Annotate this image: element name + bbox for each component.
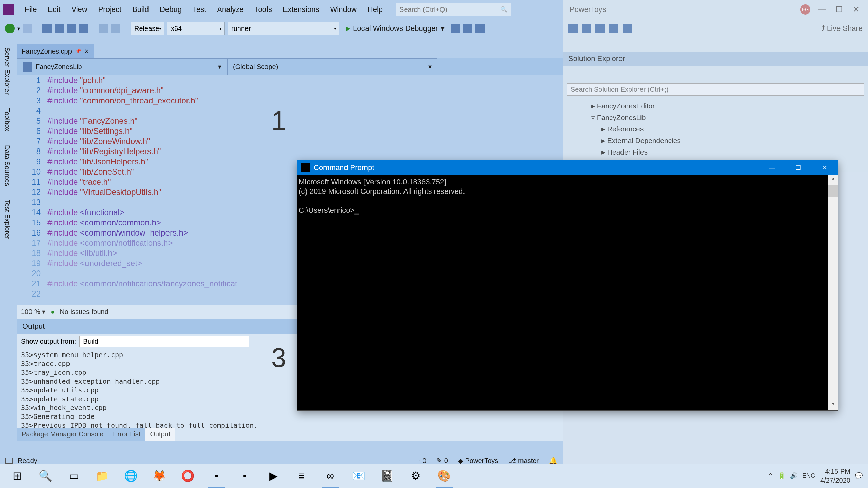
live-share-button[interactable]: ⤴ Live Share (821, 24, 863, 33)
editor-tab-fancyzones[interactable]: FancyZones.cpp 📌 ✕ (17, 44, 94, 58)
outlook-icon[interactable]: 📧 (344, 464, 373, 488)
zoom-dropdown[interactable]: 100 % ▾ (21, 308, 45, 316)
maximize-icon[interactable]: ☐ (834, 5, 844, 14)
rt-icon-1[interactable] (568, 24, 578, 33)
menu-debug[interactable]: Debug (155, 4, 186, 15)
menu-file[interactable]: File (20, 4, 41, 15)
volume-icon[interactable]: 🔊 (790, 472, 797, 480)
app-title: PowerToys (570, 5, 606, 14)
menu-extensions[interactable]: Extensions (278, 4, 324, 15)
notifications-icon[interactable]: 💬 (855, 472, 863, 480)
clock[interactable]: 4:15 PM 4/27/2020 (820, 467, 850, 485)
menu-help[interactable]: Help (363, 4, 388, 15)
new-project-icon[interactable] (42, 24, 52, 33)
menu-build[interactable]: Build (127, 4, 154, 15)
onenote-icon[interactable]: 📓 (373, 464, 401, 488)
start-button[interactable]: ⊞ (3, 464, 31, 488)
powershell-icon[interactable]: ▶ (259, 464, 288, 488)
navigate-back-icon[interactable] (5, 24, 15, 33)
toolbar-icon-2[interactable] (463, 24, 472, 33)
output-from-label: Show output from: (21, 338, 76, 345)
navigation-bar: FancyZonesLib ▾ (Global Scope) ▾ (17, 58, 563, 75)
solution-config-dropdown[interactable]: Release (131, 22, 164, 35)
undo-icon[interactable] (99, 24, 108, 33)
avatar[interactable]: EG (800, 4, 810, 15)
nav-dropdown-icon[interactable]: ▾ (17, 25, 20, 32)
quick-search-input[interactable] (399, 6, 500, 14)
menu-analyze[interactable]: Analyze (212, 4, 248, 15)
save-all-icon[interactable] (79, 24, 88, 33)
cmd-minimize-button[interactable]: — (758, 160, 785, 175)
app-icon-1[interactable]: ⚙ (401, 464, 430, 488)
toolbar-icon-1[interactable] (451, 24, 460, 33)
pin-icon[interactable]: 📌 (75, 48, 81, 54)
type-dropdown[interactable]: FancyZonesLib ▾ (17, 58, 227, 75)
menu-test[interactable]: Test (188, 4, 211, 15)
rt-icon-2[interactable] (582, 24, 591, 33)
firefox-icon[interactable]: 🦊 (145, 464, 174, 488)
tab-label: FancyZones.cpp (22, 47, 72, 55)
terminal-icon[interactable]: ▪ (231, 464, 259, 488)
tab-server-explorer[interactable]: Server Explorer (0, 41, 15, 101)
language-indicator[interactable]: ENG (802, 472, 815, 480)
solution-explorer-header[interactable]: Solution Explorer (563, 52, 868, 66)
redo-icon[interactable] (111, 24, 120, 33)
scroll-thumb[interactable] (828, 185, 838, 197)
menu-edit[interactable]: Edit (43, 4, 65, 15)
left-tool-tabs: Server Explorer Toolbox Data Sources Tes… (0, 41, 16, 246)
visual-studio-taskbar-icon[interactable]: ∞ (316, 464, 344, 488)
tab-toolbox[interactable]: Toolbox (0, 101, 15, 138)
task-view-button[interactable]: ▭ (60, 464, 88, 488)
scope-dropdown[interactable]: (Global Scope) ▾ (227, 58, 437, 75)
menu-project[interactable]: Project (94, 4, 126, 15)
tray-chevron-icon[interactable]: ⌃ (768, 472, 773, 480)
cmd-taskbar-icon[interactable]: ▪ (202, 464, 231, 488)
scroll-up-icon[interactable]: ▴ (828, 175, 838, 185)
cmd-icon (301, 163, 310, 172)
tab-output[interactable]: Output (145, 428, 175, 441)
cmd-maximize-button[interactable]: ☐ (785, 160, 811, 175)
tab-error-list[interactable]: Error List (108, 428, 145, 441)
start-debugging-button[interactable]: Local Windows Debugger ▾ (342, 23, 448, 34)
toolbar-icon-3[interactable] (475, 24, 485, 33)
menu-view[interactable]: View (66, 4, 92, 15)
vs-logo-icon (3, 4, 14, 15)
close-window-icon[interactable]: ✕ (851, 5, 861, 14)
solution-platform-dropdown[interactable]: x64 (167, 22, 225, 35)
rt-icon-4[interactable] (609, 24, 618, 33)
tab-data-sources[interactable]: Data Sources (0, 138, 15, 193)
navigate-forward-icon (23, 24, 32, 33)
output-source-dropdown[interactable]: Build (79, 336, 249, 347)
scroll-down-icon[interactable]: ▾ (828, 401, 838, 410)
menubar: File Edit View Project Build Debug Test … (0, 0, 563, 19)
standard-toolbar: ▾ Release x64 runner Local Windows Debug… (0, 19, 563, 38)
close-icon[interactable]: ✕ (84, 48, 89, 55)
save-icon[interactable] (67, 24, 76, 33)
menu-tools[interactable]: Tools (250, 4, 277, 15)
cmd-titlebar[interactable]: Command Prompt — ☐ ✕ (297, 160, 838, 175)
menu-window[interactable]: Window (326, 4, 361, 15)
command-prompt-window[interactable]: Command Prompt — ☐ ✕ Microsoft Windows [… (297, 160, 838, 411)
vscode-icon[interactable]: ≡ (288, 464, 316, 488)
app-icon-2[interactable]: 🎨 (430, 464, 458, 488)
zone-number-1: 1 (271, 105, 287, 136)
tab-test-explorer[interactable]: Test Explorer (0, 193, 15, 246)
solution-search-input[interactable] (567, 83, 864, 96)
edge-icon[interactable]: 🌐 (117, 464, 145, 488)
zone-number-3: 3 (271, 342, 287, 373)
minimize-icon[interactable]: — (817, 5, 827, 14)
search-button[interactable]: 🔍 (31, 464, 60, 488)
file-explorer-icon[interactable]: 📁 (88, 464, 117, 488)
open-file-icon[interactable] (55, 24, 64, 33)
cmd-close-button[interactable]: ✕ (811, 160, 838, 175)
taskbar: ⊞ 🔍 ▭ 📁 🌐 🦊 ⭕ ▪ ▪ ▶ ≡ ∞ 📧 📓 ⚙ 🎨 ⌃ 🔋 🔊 EN… (0, 464, 868, 488)
quick-search-box[interactable]: 🔍 (396, 3, 511, 16)
rt-icon-5[interactable] (623, 24, 632, 33)
cmd-scrollbar[interactable]: ▴ ▾ (828, 175, 838, 410)
startup-project-dropdown[interactable]: runner (228, 22, 339, 35)
cmd-content[interactable]: Microsoft Windows [Version 10.0.18363.75… (297, 175, 838, 217)
rt-icon-3[interactable] (595, 24, 605, 33)
battery-icon[interactable]: 🔋 (778, 472, 785, 480)
chrome-icon[interactable]: ⭕ (174, 464, 202, 488)
tab-pkg-manager[interactable]: Package Manager Console (17, 428, 108, 441)
